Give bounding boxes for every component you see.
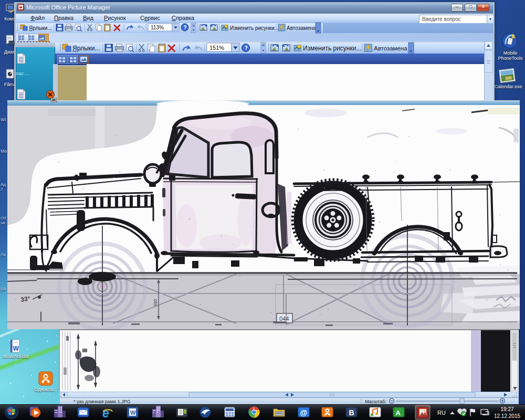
svg-text:A: A — [396, 409, 401, 417]
svg-text:пас....: пас.... — [16, 70, 29, 76]
svg-text:B: B — [349, 408, 354, 417]
svg-text:Изменить рисунки...: Изменить рисунки... — [230, 25, 279, 31]
svg-text:Ярлыки...: Ярлыки... — [72, 45, 100, 52]
svg-text:W: W — [13, 345, 19, 352]
svg-text:?: ? — [244, 45, 247, 51]
svg-text:e: e — [102, 406, 109, 420]
svg-text:RU: RU — [437, 410, 446, 416]
svg-text:Автозамена: Автозамена — [374, 45, 407, 51]
svg-text:Ярлыки...: Ярлыки... — [29, 25, 52, 31]
svg-text:?: ? — [183, 25, 186, 30]
svg-text:151%: 151% — [209, 45, 224, 51]
svg-text:Автозамена: Автозамена — [287, 25, 316, 31]
svg-text:113%: 113% — [151, 25, 164, 30]
svg-text:Изменить рисунки...: Изменить рисунки... — [303, 45, 361, 52]
svg-text:@: @ — [300, 408, 308, 417]
svg-text:W: W — [130, 410, 136, 416]
